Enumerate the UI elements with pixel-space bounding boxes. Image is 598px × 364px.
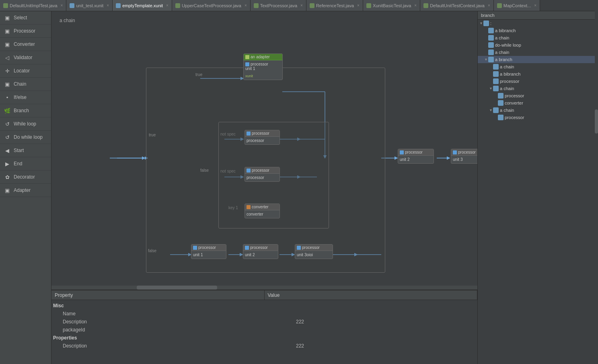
tab-7[interactable]: DefaultUnitTestContext.java× bbox=[420, 0, 494, 11]
tree-label-5: a branch bbox=[495, 57, 512, 62]
node-proc-unit3oioi[interactable]: processor unit 3oioi bbox=[295, 244, 333, 259]
sidebar-item-end[interactable]: ▶End bbox=[0, 157, 51, 171]
node-proc-false-notspec[interactable]: processor processor bbox=[245, 167, 280, 182]
sidebar-icon-5: ▣ bbox=[4, 81, 10, 87]
sidebar-item-start[interactable]: ◀Start bbox=[0, 144, 51, 157]
node-proc-top-notspec[interactable]: processor processor bbox=[245, 130, 280, 145]
sidebar-item-locator[interactable]: ✛Locator bbox=[0, 64, 51, 78]
tab-6[interactable]: XunitBasicTest.java× bbox=[363, 0, 420, 11]
bottom-row-0-2: packageId bbox=[51, 326, 477, 334]
tab-icon-8 bbox=[497, 3, 502, 8]
tree-node-icon-5 bbox=[488, 57, 494, 62]
tree-node-icon-9 bbox=[493, 86, 499, 91]
tree-item-10[interactable]: processor bbox=[478, 92, 598, 99]
node-processor-unit2[interactable]: processor unit 2 bbox=[398, 149, 434, 164]
node-proc-unit1-bot[interactable]: processor unit 1 bbox=[191, 244, 226, 259]
tab-4[interactable]: TextProcessor.java× bbox=[251, 0, 306, 11]
tree-arrow-9: ▼ bbox=[489, 86, 493, 90]
sidebar-item-validator[interactable]: ◁Validator bbox=[0, 51, 51, 64]
tab-1[interactable]: unit_test.xunit× bbox=[66, 0, 113, 11]
proc-icon2 bbox=[453, 150, 457, 154]
sidebar-item-adapter[interactable]: ▣Adapter bbox=[0, 184, 51, 197]
node-converter[interactable]: converter converter bbox=[245, 204, 280, 218]
bottom-panel-rows: MiscNameDescription222packageIdPropertie… bbox=[51, 300, 477, 352]
sidebar: ▣Select▣Processor▣Converter◁Validator✛Lo… bbox=[0, 11, 51, 364]
tree-label-9: a chain bbox=[500, 86, 514, 91]
tree-label-7: a bibranch bbox=[500, 72, 520, 76]
tab-0[interactable]: DefaultUnitImplTest.java× bbox=[0, 0, 66, 11]
tree-item-4[interactable]: a chain bbox=[478, 49, 598, 56]
proc-icon3 bbox=[247, 132, 251, 136]
tab-close-1[interactable]: × bbox=[107, 3, 109, 8]
tree-item-5[interactable]: ▼a branch bbox=[478, 56, 598, 63]
tab-close-6[interactable]: × bbox=[414, 3, 417, 8]
h-scrollbar[interactable] bbox=[51, 286, 477, 290]
sidebar-icon-6: • bbox=[4, 94, 10, 101]
node-adapter[interactable]: an adapter processor unit 1 xunit bbox=[243, 53, 283, 80]
tab-2[interactable]: emptyTemplate.xunit× bbox=[113, 0, 172, 11]
bottom-row-label-0-0: Name bbox=[51, 311, 293, 317]
sidebar-icon-11: ▶ bbox=[4, 160, 10, 167]
tab-close-3[interactable]: × bbox=[245, 3, 247, 8]
sidebar-item-select[interactable]: ▣Select bbox=[0, 11, 51, 25]
tree-item-7[interactable]: a bibranch bbox=[478, 70, 598, 78]
tab-8[interactable]: MapContext...× bbox=[494, 0, 540, 11]
node-pu1b-body: unit 1 bbox=[191, 251, 226, 259]
sidebar-label-9: Do while loop bbox=[14, 134, 43, 140]
tree-label-8: processor bbox=[500, 79, 519, 84]
sidebar-icon-13: ▣ bbox=[4, 187, 10, 193]
sidebar-item-decorator[interactable]: ✿Decorator bbox=[0, 171, 51, 184]
tree-item-2[interactable]: a chain bbox=[478, 34, 598, 41]
sidebar-icon-8: ↺ bbox=[4, 121, 10, 127]
h-scrollbar-thumb[interactable] bbox=[137, 286, 217, 290]
node-pu3-body: unit 3 bbox=[451, 156, 477, 163]
right-panel-tree: ▼:a bibrancha chaindo-while loopa chain▼… bbox=[478, 20, 598, 121]
tree-node-icon-0 bbox=[483, 21, 489, 26]
tab-close-0[interactable]: × bbox=[61, 3, 63, 8]
tree-item-11[interactable]: converter bbox=[478, 99, 598, 107]
sidebar-item-do-while-loop[interactable]: ↺Do while loop bbox=[0, 131, 51, 144]
sidebar-item-branch[interactable]: 🌿Branch bbox=[0, 104, 51, 117]
tab-icon-6 bbox=[366, 3, 371, 8]
sidebar-item-converter[interactable]: ▣Converter bbox=[0, 38, 51, 51]
node-pu2-body: unit 2 bbox=[398, 156, 434, 163]
tab-close-2[interactable]: × bbox=[166, 3, 169, 8]
sidebar-item-if/else[interactable]: •If/else bbox=[0, 91, 51, 104]
tab-5[interactable]: ReferenceTest.java× bbox=[306, 0, 363, 11]
tab-icon-0 bbox=[3, 3, 8, 8]
proc-icon6 bbox=[245, 246, 249, 250]
sidebar-label-6: If/else bbox=[14, 95, 27, 100]
tab-label-1: unit_test.xunit bbox=[76, 3, 103, 8]
tree-item-6[interactable]: a chain bbox=[478, 63, 598, 70]
node-processor-unit3[interactable]: processor unit 3 bbox=[451, 149, 477, 164]
tree-item-13[interactable]: processor bbox=[478, 114, 598, 121]
bottom-section-0: Misc bbox=[51, 302, 477, 310]
tab-label-5: ReferenceTest.java bbox=[316, 3, 354, 8]
tree-item-8[interactable]: processor bbox=[478, 78, 598, 85]
sidebar-label-8: While loop bbox=[14, 121, 36, 127]
sidebar-icon-2: ▣ bbox=[4, 41, 10, 47]
node-proc-unit2-bot[interactable]: processor unit 2 bbox=[243, 244, 278, 259]
tree-node-icon-1 bbox=[488, 28, 494, 33]
tree-item-9[interactable]: ▼a chain bbox=[478, 85, 598, 92]
tree-item-1[interactable]: a bibranch bbox=[478, 27, 598, 34]
tree-item-3[interactable]: do-while loop bbox=[478, 41, 598, 49]
tree-label-11: converter bbox=[505, 101, 523, 105]
tab-3[interactable]: UpperCaseTextProcessor.java× bbox=[172, 0, 251, 11]
scrollbar-thumb[interactable] bbox=[595, 109, 598, 134]
tree-item-12[interactable]: ▼a chain bbox=[478, 107, 598, 114]
tab-close-8[interactable]: × bbox=[534, 3, 536, 8]
node-converter-header: converter bbox=[245, 204, 279, 210]
proc-icon5 bbox=[193, 246, 197, 250]
tab-close-5[interactable]: × bbox=[357, 3, 360, 8]
tree-item-0[interactable]: ▼: bbox=[478, 20, 598, 27]
tree-label-6: a chain bbox=[500, 64, 514, 69]
tab-close-4[interactable]: × bbox=[300, 3, 303, 8]
right-panel-scrollbar[interactable] bbox=[595, 11, 598, 364]
node-adapter-header: an adapter bbox=[244, 54, 282, 60]
tab-close-7[interactable]: × bbox=[488, 3, 490, 8]
tab-icon-5 bbox=[310, 3, 314, 8]
sidebar-item-chain[interactable]: ▣Chain bbox=[0, 78, 51, 91]
sidebar-item-while-loop[interactable]: ↺While loop bbox=[0, 117, 51, 131]
sidebar-item-processor[interactable]: ▣Processor bbox=[0, 25, 51, 38]
